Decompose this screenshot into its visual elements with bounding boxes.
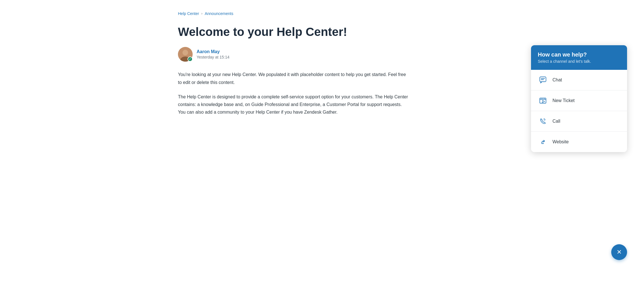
call-icon bbox=[538, 116, 548, 126]
breadcrumb-home[interactable]: Help Center bbox=[178, 11, 199, 16]
widget-options: Chat New Ticket bbox=[531, 70, 627, 152]
author-name[interactable]: Aaron May bbox=[197, 49, 229, 54]
page-title: Welcome to your Help Center! bbox=[178, 25, 466, 39]
chat-icon bbox=[538, 75, 548, 85]
page-container: Help Center › Announcements Welcome to y… bbox=[161, 0, 483, 134]
article-body: You're looking at your new Help Center. … bbox=[178, 71, 410, 116]
author-row: ✓ Aaron May Yesterday at 15:14 bbox=[178, 47, 466, 62]
chat-label: Chat bbox=[552, 77, 562, 83]
website-icon bbox=[538, 137, 548, 147]
new-ticket-label: New Ticket bbox=[552, 98, 575, 103]
widget-header: How can we help? Select a channel and le… bbox=[531, 45, 627, 70]
website-label: Website bbox=[552, 139, 569, 144]
breadcrumb-separator: › bbox=[201, 12, 203, 16]
author-date: Yesterday at 15:14 bbox=[197, 55, 229, 59]
svg-point-1 bbox=[182, 50, 188, 55]
call-label: Call bbox=[552, 119, 560, 124]
ticket-svg bbox=[539, 97, 547, 105]
widget-option-call[interactable]: Call bbox=[531, 111, 627, 132]
widget-option-website[interactable]: Website bbox=[531, 132, 627, 152]
avatar-badge: ✓ bbox=[188, 57, 193, 62]
breadcrumb: Help Center › Announcements bbox=[178, 11, 466, 16]
avatar: ✓ bbox=[178, 47, 193, 62]
article-paragraph-1: You're looking at your new Help Center. … bbox=[178, 71, 410, 86]
author-info: Aaron May Yesterday at 15:14 bbox=[197, 49, 229, 59]
widget-option-new-ticket[interactable]: New Ticket bbox=[531, 90, 627, 111]
breadcrumb-current[interactable]: Announcements bbox=[205, 11, 233, 16]
close-icon: ✕ bbox=[617, 249, 622, 255]
widget-option-chat[interactable]: Chat bbox=[531, 70, 627, 90]
widget-header-subtitle: Select a channel and let's talk. bbox=[538, 59, 620, 64]
chat-svg bbox=[539, 76, 547, 84]
widget-container: How can we help? Select a channel and le… bbox=[531, 45, 627, 152]
article-paragraph-2: The Help Center is designed to provide a… bbox=[178, 93, 410, 116]
call-svg bbox=[539, 117, 547, 125]
widget-panel: How can we help? Select a channel and le… bbox=[531, 45, 627, 152]
website-svg bbox=[539, 138, 547, 146]
widget-header-title: How can we help? bbox=[538, 51, 620, 58]
ticket-icon bbox=[538, 96, 548, 106]
svg-rect-3 bbox=[540, 77, 546, 82]
widget-close-button[interactable]: ✕ bbox=[611, 244, 627, 260]
